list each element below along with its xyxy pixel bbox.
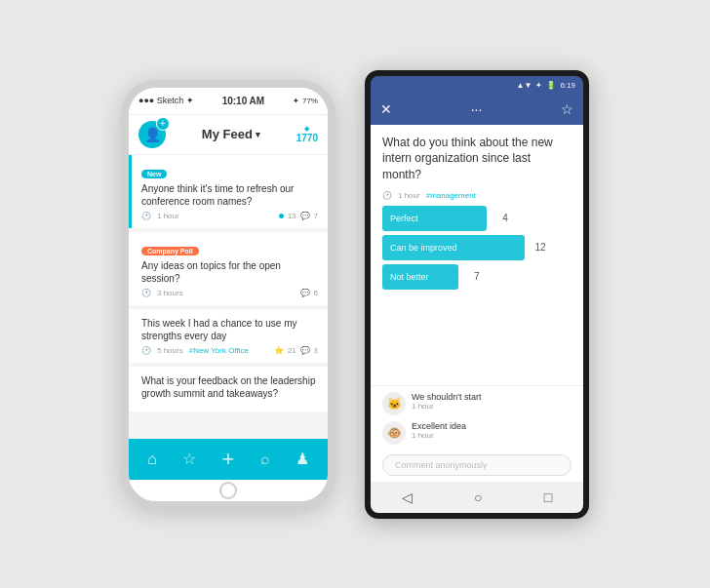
battery-text: 77% — [302, 97, 318, 105]
add-avatar-button[interactable]: 👤 — [138, 121, 166, 148]
poll-option[interactable]: Perfect 4 — [382, 206, 572, 231]
item-meta: 🕐 3 hours 💬 6 — [141, 289, 318, 297]
comment-item: 🐱 We shouldn't start 1 hour — [382, 392, 572, 415]
profile-nav-button[interactable]: ♟ — [296, 450, 309, 468]
status-left: ●●● Sketch ✦ — [138, 96, 194, 105]
item-text: This week I had a chance to use my stren… — [141, 317, 318, 342]
iphone-device: ●●● Sketch ✦ 10:10 AM ✦ 77% 👤 My Feed ▾ … — [121, 80, 335, 509]
item-text: What is your feedback on the leadership … — [141, 374, 318, 400]
comment-section: 🐱 We shouldn't start 1 hour 🐵 Excellent … — [371, 386, 583, 451]
close-button[interactable]: ✕ — [380, 101, 392, 117]
comment-body: We shouldn't start 1 hour — [412, 392, 482, 411]
comment-avatar: 🐱 — [382, 392, 406, 415]
item-reactions: ⭐ 21 💬 3 — [274, 346, 318, 355]
feed-item[interactable]: What is your feedback on the leadership … — [129, 367, 328, 412]
poll-bars: Perfect 4 Can be improved 12 Not better … — [382, 206, 572, 290]
poll-bar-fill: Not better — [382, 264, 458, 290]
score-badge: ◆ 1770 — [296, 125, 318, 143]
clock-icon: 🕐 — [382, 191, 392, 200]
item-tag: #New York Office — [189, 346, 249, 355]
star-icon: ⭐ — [274, 346, 284, 355]
signal-icon: ▲▼ — [517, 81, 532, 90]
favorites-nav-button[interactable]: ☆ — [182, 450, 196, 468]
battery-icon: 🔋 — [546, 81, 556, 90]
feed-list: New Anyone think it's time to refresh ou… — [129, 155, 328, 439]
home-button-bar — [129, 480, 328, 501]
clock-icon: 🕐 — [141, 346, 151, 355]
feed-item[interactable]: Company Poll Any ideas on topics for the… — [129, 232, 328, 305]
clock-icon: 🕐 — [141, 212, 151, 220]
feed-item[interactable]: This week I had a chance to use my stren… — [129, 309, 328, 363]
poll-bar-fill: Perfect — [382, 206, 487, 231]
add-nav-button[interactable]: + — [221, 447, 234, 472]
item-reactions: 13 💬 7 — [279, 212, 318, 220]
item-meta: 🕐 5 hours #New York Office ⭐ 21 💬 3 — [141, 346, 318, 355]
more-options-button[interactable]: ··· — [471, 101, 483, 117]
poll-badge: Company Poll — [141, 247, 199, 255]
search-nav-button[interactable]: ⌕ — [260, 451, 270, 468]
question-card: What do you think about the new intern o… — [371, 125, 583, 386]
bluetooth-icon: ✦ — [293, 97, 299, 105]
poll-count: 7 — [464, 271, 480, 282]
android-nav-bar: ◁ ○ □ — [371, 482, 583, 513]
time-display: 6:19 — [560, 81, 575, 90]
bottom-nav: ⌂ ☆ + ⌕ ♟ — [129, 439, 328, 480]
poll-option[interactable]: Not better 7 — [382, 264, 572, 290]
feed-title: My Feed ▾ — [202, 127, 260, 141]
poll-count: 4 — [493, 213, 508, 223]
user-icon: 👤 — [144, 127, 161, 142]
question-meta: 🕐 1 hour #management — [382, 191, 572, 200]
comment-text: Excellent idea — [412, 421, 466, 431]
item-text: Any ideas on topics for the open session… — [141, 259, 318, 285]
comment-icon: 💬 — [300, 346, 310, 355]
comment-icon: 💬 — [300, 212, 310, 220]
back-button[interactable]: ◁ — [402, 490, 413, 505]
comment-text: We shouldn't start — [412, 392, 482, 402]
poll-option[interactable]: Can be improved 12 — [382, 235, 572, 260]
item-meta: 🕐 1 hour 13 💬 7 — [141, 212, 318, 220]
star-button[interactable]: ☆ — [561, 101, 573, 117]
item-time: 5 hours — [157, 346, 183, 355]
carrier-icon: ●●● Sketch ✦ — [138, 96, 194, 105]
item-time: 3 hours — [157, 289, 183, 297]
recents-button[interactable]: □ — [544, 490, 552, 505]
question-text: What do you think about the new intern o… — [382, 135, 572, 183]
iphone-app-header: 👤 My Feed ▾ ◆ 1770 — [129, 115, 328, 155]
poll-count: 12 — [531, 242, 546, 253]
android-device: ▲▼ ✦ 🔋 6:19 ✕ ··· ☆ What do you think ab… — [365, 70, 589, 519]
score-value: 1770 — [296, 133, 318, 143]
item-text: Anyone think it's time to refresh our co… — [141, 182, 318, 208]
android-status-bar: ▲▼ ✦ 🔋 6:19 — [371, 76, 583, 96]
hashtag-tag: #management — [426, 191, 476, 200]
comment-time: 1 hour — [412, 402, 482, 411]
chevron-down-icon: ▾ — [256, 130, 260, 139]
comment-icon: 💬 — [300, 289, 310, 297]
android-content: What do you think about the new intern o… — [371, 125, 583, 482]
status-time: 10:10 AM — [222, 96, 265, 106]
iphone-status-bar: ●●● Sketch ✦ 10:10 AM ✦ 77% — [129, 88, 328, 115]
comment-item: 🐵 Excellent idea 1 hour — [382, 421, 572, 445]
clock-icon: 🕐 — [141, 289, 151, 297]
comment-time: 1 hour — [412, 431, 466, 440]
poll-bar-fill: Can be improved — [382, 235, 525, 260]
android-app-header: ✕ ··· ☆ — [371, 96, 583, 125]
status-right: ✦ 77% — [293, 97, 318, 105]
item-comments: 💬 6 — [300, 289, 318, 297]
home-nav-button[interactable]: ⌂ — [147, 451, 157, 468]
new-badge: New — [141, 170, 167, 178]
home-circle-button[interactable] — [219, 482, 237, 499]
dot-icon — [279, 214, 284, 218]
comment-avatar: 🐵 — [382, 421, 406, 445]
post-time: 1 hour — [398, 191, 420, 200]
comment-body: Excellent idea 1 hour — [412, 421, 466, 440]
comment-input[interactable]: Comment anonymously — [382, 454, 572, 476]
feed-item[interactable]: New Anyone think it's time to refresh ou… — [129, 155, 328, 228]
wifi-icon: ✦ — [535, 81, 542, 90]
home-button[interactable]: ○ — [474, 490, 482, 505]
item-time: 1 hour — [157, 212, 179, 220]
diamond-icon: ◆ — [304, 125, 309, 133]
